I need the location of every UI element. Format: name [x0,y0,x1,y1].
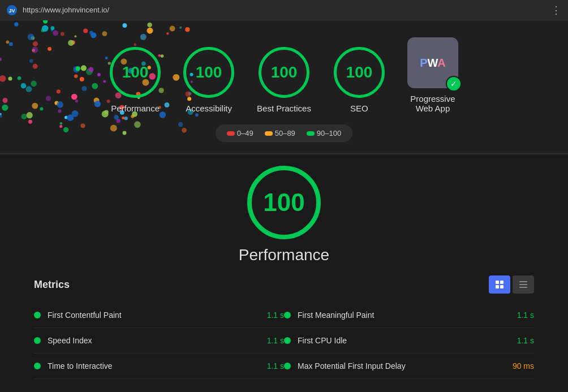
favicon-icon: JV [7,5,17,15]
legend-fail-dot [227,131,235,136]
metric-row-si: Speed Index 1.1 s [34,328,284,354]
pwa-text: PWA [420,57,446,70]
svg-rect-2 [496,281,499,284]
metric-name-fci: First CPU Idle [298,336,513,345]
best-practices-label: Best Practices [257,104,311,113]
metric-value-mpfid: 90 ms [513,361,534,371]
accessibility-label: Accessibility [186,104,232,113]
top-section: 100 Performance 100 Accessibility 100 Be… [0,20,568,154]
score-item-accessibility: 100 Accessibility [183,47,234,113]
svg-rect-5 [500,285,504,288]
svg-rect-7 [519,284,527,285]
view-toggle [489,275,534,294]
seo-label: SEO [350,104,368,113]
svg-rect-4 [496,285,499,288]
legend-pass: 90–100 [307,129,341,137]
score-item-performance: 100 Performance [110,47,161,113]
metric-dot-fci [284,337,291,344]
performance-circle: 100 [110,47,161,98]
metric-name-tti: Time to Interactive [48,361,263,371]
score-item-pwa: PWA ✓ ProgressiveWeb App [407,37,458,113]
metric-row-fci: First CPU Idle 1.1 s [284,328,534,354]
best-practices-circle: 100 [259,47,309,98]
metric-dot-si [34,337,41,344]
metric-name-si: Speed Index [48,336,263,345]
accessibility-circle: 100 [183,47,234,98]
metric-value-fcp: 1.1 s [267,311,284,320]
titlebar: JV https://www.johnvincent.io/ ⋮ [0,0,568,20]
list-view-button[interactable] [513,275,534,294]
big-score-label: Performance [239,246,329,264]
legend-average: 50–89 [265,129,295,137]
metric-dot-fcp [34,312,41,318]
svg-rect-6 [519,281,527,282]
pwa-badge: PWA ✓ [407,37,458,88]
big-score-container: 100 Performance [34,166,534,264]
metric-name-fmp: First Meaningful Paint [298,311,513,320]
legend-average-dot [265,131,273,136]
scores-row: 100 Performance 100 Accessibility 100 Be… [11,37,557,113]
metric-name-fcp: First Contentful Paint [48,311,263,320]
svg-rect-8 [519,287,527,288]
legend-average-range: 50–89 [275,129,295,137]
metric-value-fmp: 1.1 s [517,311,534,320]
metric-dot-mpfid [284,363,291,369]
svg-rect-3 [500,281,504,284]
metric-row-fmp: First Meaningful Paint 1.1 s [284,303,534,328]
metrics-grid: First Contentful Paint 1.1 s First Meani… [34,303,534,379]
grid-view-button[interactable] [489,275,510,294]
big-score-value: 100 [263,188,304,217]
menu-icon[interactable]: ⋮ [551,4,561,16]
svg-text:JV: JV [8,8,15,14]
metric-value-tti: 1.1 s [267,361,284,371]
metric-row-fcp: First Contentful Paint 1.1 s [34,303,284,328]
legend: 0–49 50–89 90–100 [11,124,557,142]
big-score-circle: 100 [247,166,321,239]
performance-label: Performance [111,104,160,113]
metric-dot-tti [34,363,41,369]
legend-pass-dot [307,131,315,136]
score-item-best-practices: 100 Best Practices [257,47,311,113]
bottom-section: 100 Performance Metrics [0,154,568,390]
metrics-title: Metrics [34,279,70,291]
metric-row-tti: Time to Interactive 1.1 s [34,354,284,379]
metric-value-si: 1.1 s [267,336,284,345]
list-icon [519,280,528,289]
score-item-seo: 100 SEO [334,47,385,113]
metric-value-fci: 1.1 s [517,336,534,345]
legend-inner: 0–49 50–89 90–100 [216,124,352,142]
metric-name-mpfid: Max Potential First Input Delay [298,361,508,371]
grid-icon [495,280,504,289]
legend-fail-range: 0–49 [237,129,253,137]
pwa-label: ProgressiveWeb App [410,94,455,113]
metric-dot-fmp [284,312,291,318]
legend-pass-range: 90–100 [317,129,341,137]
metrics-header: Metrics [34,275,534,294]
seo-circle: 100 [334,47,385,98]
pwa-checkmark-icon: ✓ [446,76,462,92]
metric-row-mpfid: Max Potential First Input Delay 90 ms [284,354,534,379]
legend-fail: 0–49 [227,129,253,137]
url-bar[interactable]: https://www.johnvincent.io/ [23,6,109,14]
